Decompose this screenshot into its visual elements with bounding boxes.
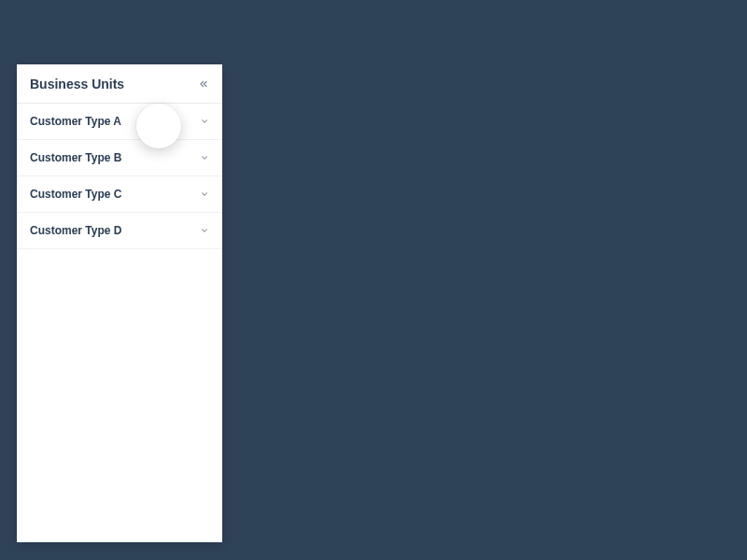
chevron-down-icon xyxy=(200,153,209,162)
sidebar-header: Business Units xyxy=(17,64,222,104)
sidebar-item-label: Customer Type D xyxy=(30,224,121,237)
chevron-down-icon xyxy=(200,226,209,235)
sidebar-item-label: Customer Type C xyxy=(30,188,121,201)
sidebar-item-customer-type-a[interactable]: Customer Type A xyxy=(17,104,222,140)
sidebar-item-customer-type-b[interactable]: Customer Type B xyxy=(17,140,222,176)
sidebar-list: Customer Type A Customer Type B Customer… xyxy=(17,104,222,249)
sidebar-item-label: Customer Type B xyxy=(30,151,121,164)
sidebar-item-label: Customer Type A xyxy=(30,115,121,128)
collapse-sidebar-icon[interactable] xyxy=(198,78,209,90)
sidebar-panel: Business Units Customer Type A Customer … xyxy=(17,64,222,542)
sidebar-item-customer-type-c[interactable]: Customer Type C xyxy=(17,176,222,213)
sidebar-item-customer-type-d[interactable]: Customer Type D xyxy=(17,213,222,249)
chevron-down-icon xyxy=(200,117,209,126)
sidebar-title: Business Units xyxy=(30,77,124,91)
chevron-down-icon xyxy=(200,189,209,199)
